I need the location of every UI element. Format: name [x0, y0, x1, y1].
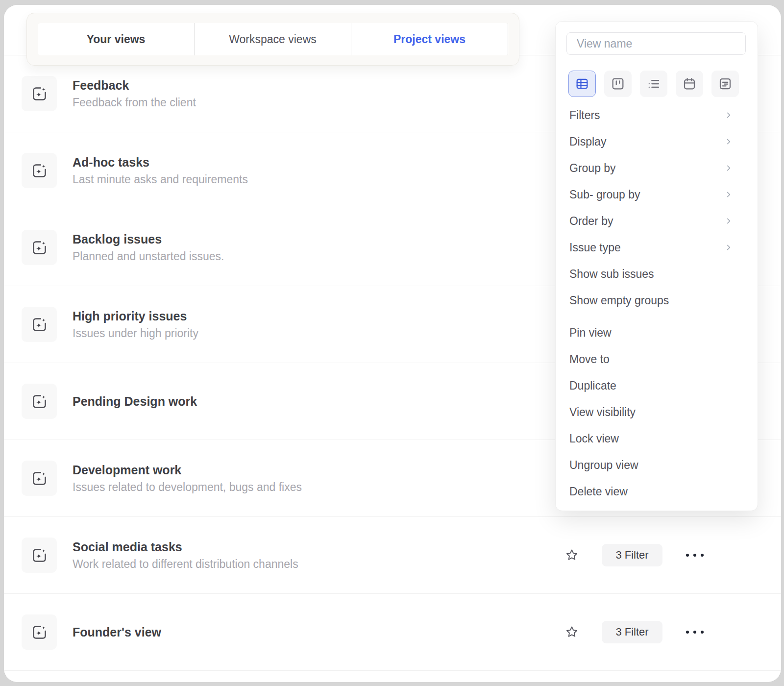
- view-title: Founder's view: [73, 625, 161, 639]
- menu-item[interactable]: Issue type: [556, 234, 758, 261]
- menu-item[interactable]: Show empty groups: [556, 287, 758, 314]
- menu-item-label: Display: [569, 135, 606, 148]
- menu-item[interactable]: Move to: [556, 346, 758, 372]
- view-scope-tab[interactable]: Project views: [351, 23, 508, 55]
- sparkle-view-icon: [31, 547, 48, 564]
- view-tile: [22, 538, 57, 573]
- menu-item-label: Order by: [569, 215, 613, 228]
- layout-kanban-button[interactable]: [604, 71, 632, 97]
- layout-list-button[interactable]: [640, 71, 667, 97]
- chevron-right-icon: [724, 243, 733, 252]
- view-options-menu: Filters Display Group by: [556, 102, 758, 510]
- sparkle-view-icon: [31, 393, 48, 410]
- layout-table-button[interactable]: [568, 71, 596, 97]
- list-footer: [4, 671, 781, 682]
- sparkle-view-icon: [31, 316, 48, 333]
- tab-label: Your views: [87, 33, 146, 46]
- menu-item[interactable]: Ungroup view: [556, 452, 758, 478]
- layout-sheet-button[interactable]: [711, 71, 739, 97]
- view-name-input[interactable]: [566, 32, 746, 55]
- view-title: Development work: [73, 463, 302, 477]
- tab-label: Workspace views: [229, 33, 317, 46]
- view-text: Founder's view: [73, 625, 161, 639]
- view-text: Backlog issues Planned and unstarted iss…: [73, 232, 224, 263]
- menu-item-label: Pin view: [569, 326, 612, 340]
- sparkle-view-icon: [31, 162, 48, 179]
- view-tile: [22, 384, 57, 419]
- views-tab-bar: Your views Workspace views Project views: [26, 13, 519, 66]
- view-scope-tab[interactable]: Your views: [38, 23, 195, 55]
- sparkle-view-icon: [31, 624, 48, 641]
- layout-calendar-button[interactable]: [676, 71, 703, 97]
- view-title: Social media tasks: [73, 540, 298, 554]
- view-list-item[interactable]: Founder's view 3 Filter: [4, 594, 781, 671]
- menu-item-label: Duplicate: [569, 379, 616, 392]
- favorite-star-icon[interactable]: [564, 548, 579, 563]
- sparkle-view-icon: [31, 470, 48, 487]
- filter-count-label: 3 Filter: [615, 626, 648, 638]
- view-list-item[interactable]: Social media tasks Work related to diffe…: [4, 517, 781, 594]
- menu-item-label: Group by: [569, 162, 616, 175]
- row-more-options-icon[interactable]: [685, 551, 705, 560]
- view-tile: [22, 307, 57, 342]
- filter-count-label: 3 Filter: [615, 549, 648, 562]
- menu-item-label: Issue type: [569, 241, 621, 254]
- chevron-right-icon: [724, 164, 733, 172]
- view-title: Feedback: [73, 78, 196, 93]
- menu-item-label: Lock view: [569, 432, 619, 445]
- view-text: Ad-hoc tasks Last minute asks and requir…: [73, 155, 248, 186]
- views-page-card: Your views Workspace views Project views: [4, 5, 781, 682]
- filter-count-button[interactable]: 3 Filter: [602, 621, 662, 643]
- chevron-right-icon: [724, 190, 733, 199]
- menu-item[interactable]: Sub- group by: [556, 181, 758, 208]
- menu-item-label: Delete view: [569, 485, 628, 498]
- menu-group-actions: Pin view Move to Duplicate: [556, 319, 758, 505]
- view-tile: [22, 76, 57, 111]
- menu-item-label: Filters: [569, 109, 600, 122]
- menu-item-label: Sub- group by: [569, 188, 640, 201]
- view-description: Work related to different distribution c…: [73, 558, 298, 570]
- view-title: Pending Design work: [73, 394, 197, 409]
- chevron-right-icon: [724, 137, 733, 146]
- menu-item-label: Move to: [569, 353, 610, 366]
- tab-label: Project views: [393, 33, 466, 46]
- view-description: Last minute asks and requirements: [73, 173, 248, 186]
- view-tile: [22, 614, 57, 650]
- view-row-actions: 3 Filter: [564, 594, 705, 670]
- menu-item[interactable]: Lock view: [556, 425, 758, 452]
- menu-item[interactable]: Delete view: [556, 478, 758, 505]
- view-tile: [22, 153, 57, 188]
- chevron-right-icon: [724, 111, 733, 120]
- menu-item[interactable]: Filters: [556, 102, 758, 128]
- menu-item[interactable]: Duplicate: [556, 372, 758, 399]
- view-title: High priority issues: [73, 309, 198, 323]
- filter-count-button[interactable]: 3 Filter: [602, 544, 662, 566]
- view-text: High priority issues Issues under high p…: [73, 309, 198, 340]
- menu-item[interactable]: Display: [556, 128, 758, 155]
- sparkle-view-icon: [31, 239, 48, 256]
- favorite-star-icon[interactable]: [564, 625, 579, 639]
- menu-item[interactable]: Group by: [556, 155, 758, 181]
- view-text: Feedback Feedback from the client: [73, 78, 196, 109]
- menu-item-label: View visibility: [569, 406, 636, 419]
- row-more-options-icon[interactable]: [685, 628, 705, 637]
- sparkle-view-icon: [31, 85, 48, 102]
- menu-group-settings: Filters Display Group by: [556, 102, 758, 314]
- view-description: Issues under high priority: [73, 327, 198, 340]
- view-tile: [22, 230, 57, 265]
- menu-item[interactable]: View visibility: [556, 399, 758, 425]
- views-tab-group: Your views Workspace views Project views: [38, 23, 508, 55]
- menu-item[interactable]: Pin view: [556, 319, 758, 346]
- menu-divider: [556, 314, 758, 319]
- view-options-popover: Filters Display Group by: [555, 21, 758, 511]
- menu-item-label: Show sub issues: [569, 268, 654, 281]
- view-text: Social media tasks Work related to diffe…: [73, 540, 298, 570]
- view-tile: [22, 461, 57, 496]
- view-scope-tab[interactable]: Workspace views: [195, 23, 351, 55]
- menu-item-label: Ungroup view: [569, 459, 638, 472]
- view-title: Backlog issues: [73, 232, 224, 246]
- menu-item[interactable]: Show sub issues: [556, 261, 758, 287]
- menu-item[interactable]: Order by: [556, 208, 758, 234]
- layout-switcher: [556, 71, 758, 97]
- view-text: Development work Issues related to devel…: [73, 463, 302, 493]
